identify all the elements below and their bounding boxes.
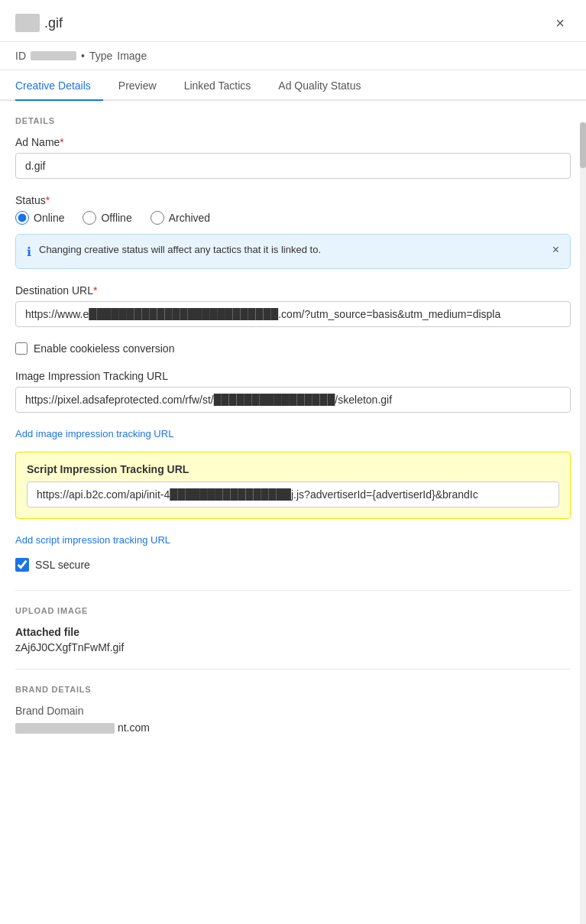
attached-file-value: zAj6J0CXgfTnFwMf.gif bbox=[15, 641, 571, 653]
brand-domain-value bbox=[15, 723, 115, 734]
add-image-impression-button[interactable]: Add image impression tracking URL bbox=[15, 428, 173, 439]
status-online-label: Online bbox=[34, 212, 64, 224]
status-online-option[interactable]: Online bbox=[15, 211, 64, 225]
status-offline-radio[interactable] bbox=[83, 211, 96, 225]
script-impression-section: Script Impression Tracking URL bbox=[15, 452, 571, 519]
destination-url-group: Destination URL* bbox=[15, 284, 571, 327]
status-required: * bbox=[46, 194, 50, 206]
cookieless-checkbox[interactable] bbox=[15, 342, 28, 355]
status-archived-label: Archived bbox=[169, 212, 210, 224]
ssl-checkbox[interactable] bbox=[15, 558, 29, 572]
cookieless-label: Enable cookieless conversion bbox=[34, 342, 174, 355]
ssl-label: SSL secure bbox=[35, 559, 90, 571]
ad-name-group: Ad Name* bbox=[15, 136, 571, 179]
brand-details-section: BRAND DETAILS Brand Domain nt.com bbox=[15, 685, 571, 734]
modal-header: .gif × bbox=[0, 0, 586, 42]
title-icon bbox=[15, 14, 40, 32]
brand-domain-suffix: nt.com bbox=[118, 721, 150, 734]
tab-preview[interactable]: Preview bbox=[118, 70, 169, 101]
tab-bar: Creative Details Preview Linked Tactics … bbox=[0, 70, 586, 101]
status-archived-option[interactable]: Archived bbox=[151, 211, 210, 225]
tab-content: DETAILS Ad Name* Status* Online Offline bbox=[0, 101, 586, 924]
status-offline-option[interactable]: Offline bbox=[83, 211, 131, 225]
meta-separator: • bbox=[81, 50, 85, 62]
image-impression-input[interactable] bbox=[15, 387, 571, 413]
ad-name-label: Ad Name* bbox=[15, 136, 571, 148]
ad-name-required: * bbox=[60, 136, 63, 148]
cookieless-group: Enable cookieless conversion bbox=[15, 342, 571, 355]
info-banner-close[interactable]: × bbox=[552, 244, 559, 256]
scrollbar-thumb[interactable] bbox=[580, 122, 586, 168]
tab-ad-quality-status[interactable]: Ad Quality Status bbox=[278, 70, 373, 101]
section-divider bbox=[15, 590, 571, 591]
modal-title: .gif bbox=[15, 14, 63, 32]
meta-type-value: Image bbox=[117, 50, 147, 62]
status-label: Status* bbox=[15, 194, 571, 206]
tab-linked-tactics[interactable]: Linked Tactics bbox=[184, 70, 264, 101]
status-group: Status* Online Offline Archived ℹ bbox=[15, 194, 571, 269]
close-button[interactable]: × bbox=[549, 12, 571, 34]
status-offline-label: Offline bbox=[101, 212, 131, 224]
info-icon: ℹ bbox=[27, 245, 31, 259]
status-radio-group: Online Offline Archived bbox=[15, 211, 571, 225]
add-script-impression-button[interactable]: Add script impression tracking URL bbox=[15, 534, 170, 546]
script-impression-label: Script Impression Tracking URL bbox=[27, 463, 559, 475]
script-impression-input[interactable] bbox=[27, 481, 559, 507]
brand-divider bbox=[15, 669, 571, 669]
destination-url-required: * bbox=[93, 284, 97, 297]
details-section-label: DETAILS bbox=[15, 116, 571, 125]
tab-creative-details[interactable]: Creative Details bbox=[15, 70, 103, 101]
destination-url-label: Destination URL* bbox=[15, 284, 571, 297]
ssl-section: SSL secure bbox=[15, 558, 571, 572]
image-impression-label: Image Impression Tracking URL bbox=[15, 370, 571, 382]
status-info-banner: ℹ Changing creative status will affect a… bbox=[15, 234, 571, 269]
modal-title-text: .gif bbox=[44, 15, 63, 31]
scrollbar-track[interactable] bbox=[580, 122, 586, 924]
status-archived-radio[interactable] bbox=[151, 211, 164, 225]
ad-name-input[interactable] bbox=[15, 153, 571, 179]
info-banner-text: Changing creative status will affect any… bbox=[39, 244, 545, 255]
modal-container: .gif × ID • Type Image Creative Details … bbox=[0, 0, 586, 924]
meta-id-value bbox=[31, 51, 76, 60]
destination-url-input[interactable] bbox=[15, 301, 571, 327]
status-online-radio[interactable] bbox=[15, 211, 29, 225]
upload-image-section: UPLOAD IMAGE Attached file zAj6J0CXgfTnF… bbox=[15, 606, 571, 653]
attached-file-label: Attached file bbox=[15, 626, 571, 638]
brand-domain-label: Brand Domain bbox=[15, 705, 571, 717]
modal-meta: ID • Type Image bbox=[0, 42, 586, 70]
meta-type-label: Type bbox=[89, 50, 112, 62]
image-impression-group: Image Impression Tracking URL bbox=[15, 370, 571, 413]
meta-id-label: ID bbox=[15, 50, 26, 62]
brand-section-label: BRAND DETAILS bbox=[15, 685, 571, 694]
upload-section-label: UPLOAD IMAGE bbox=[15, 606, 571, 615]
